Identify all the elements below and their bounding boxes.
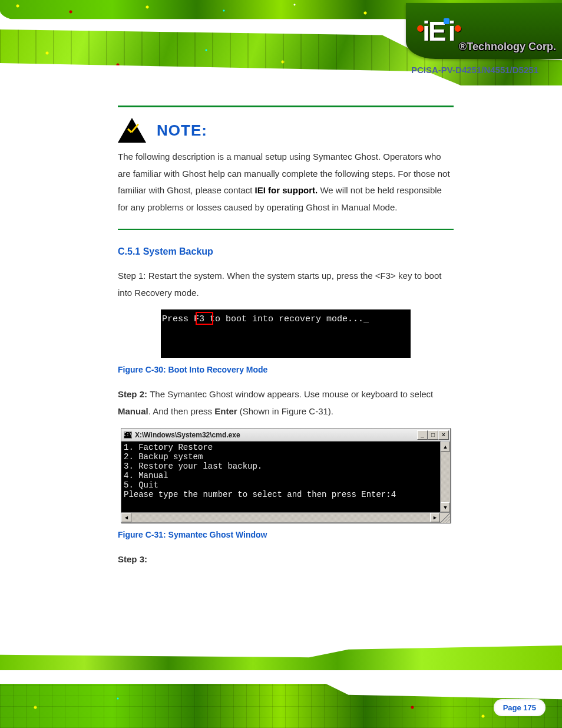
brand-logo-text: •iEi• (416, 18, 460, 44)
close-button[interactable]: × (438, 430, 449, 440)
page-number: Page 175 (494, 699, 546, 716)
minimize-button[interactable]: _ (417, 430, 428, 440)
section-heading: C.5.1 System Backup (118, 246, 454, 257)
page-content: NOTE: The following description is a man… (118, 103, 454, 574)
footer-decorative-band (0, 643, 562, 728)
scroll-left-icon[interactable]: ◄ (121, 513, 131, 522)
step-2: Step 2: The Symantec Ghost window appear… (118, 386, 454, 420)
step-1-text: Step 1: Restart the system. When the sys… (118, 271, 441, 298)
note-header: NOTE: (118, 118, 454, 143)
step-3: Step 3: (118, 551, 454, 568)
horizontal-scrollbar[interactable]: ◄ ► (121, 512, 450, 522)
cmd-window-buttons: _ □ × (417, 430, 449, 440)
cmd-title: X:\Windows\System32\cmd.exe (135, 431, 417, 439)
vertical-scrollbar[interactable]: ▲ ▼ (440, 442, 450, 512)
divider-bottom (118, 229, 454, 230)
step-2-mid: . And then press (148, 406, 215, 416)
note-check-icon (118, 118, 146, 143)
note-label: NOTE: (157, 121, 207, 140)
step-2-bold1: Manual (118, 406, 148, 416)
step-3-label: Step 3: (118, 554, 147, 564)
figure-2-caption: Figure C-31: Symantec Ghost Window (118, 530, 267, 539)
scroll-right-icon[interactable]: ► (430, 513, 440, 522)
brand-logo-block: •iEi• ®Technology Corp. (406, 3, 562, 59)
figure-1-caption: Figure C-30: Boot Into Recovery Mode (118, 365, 267, 374)
cmd-window: C:\ X:\Windows\System32\cmd.exe _ □ × 1.… (121, 428, 451, 523)
product-title: PCISA-PV-D4251/N4551/D5251 (411, 65, 538, 75)
step-2-label: Step 2: (118, 389, 150, 399)
scroll-down-icon[interactable]: ▼ (441, 502, 450, 512)
cmd-body: 1. Factory Restore 2. Backup system 3. R… (121, 442, 440, 512)
figure-1-text: Press F3 to boot into recovery mode..._ (162, 314, 369, 324)
step-2-bold2: Enter (214, 406, 237, 416)
cmd-titlebar: C:\ X:\Windows\System32\cmd.exe _ □ × (121, 429, 450, 442)
cmd-icon: C:\ (124, 431, 132, 439)
figure-1-container: Press F3 to boot into recovery mode..._ … (118, 309, 454, 374)
maximize-button[interactable]: □ (428, 430, 438, 440)
note-body: The following description is a manual se… (118, 149, 454, 216)
figure-recovery-terminal: Press F3 to boot into recovery mode..._ (161, 309, 411, 358)
step-2-body: The Symantec Ghost window appears. Use m… (150, 389, 433, 399)
divider-top (118, 106, 454, 107)
brand-company: ®Technology Corp. (459, 41, 556, 53)
figure-2-container: C:\ X:\Windows\System32\cmd.exe _ □ × 1.… (118, 428, 454, 539)
header-decorative-band: •iEi• ®Technology Corp. (0, 0, 562, 88)
note-body-bold: IEI for support. (255, 185, 318, 195)
step-1: Step 1: Restart the system. When the sys… (118, 268, 454, 301)
step-2-tail: (Shown in Figure C-31). (237, 406, 333, 416)
scroll-up-icon[interactable]: ▲ (441, 442, 450, 452)
resize-grip-icon[interactable] (440, 513, 450, 523)
